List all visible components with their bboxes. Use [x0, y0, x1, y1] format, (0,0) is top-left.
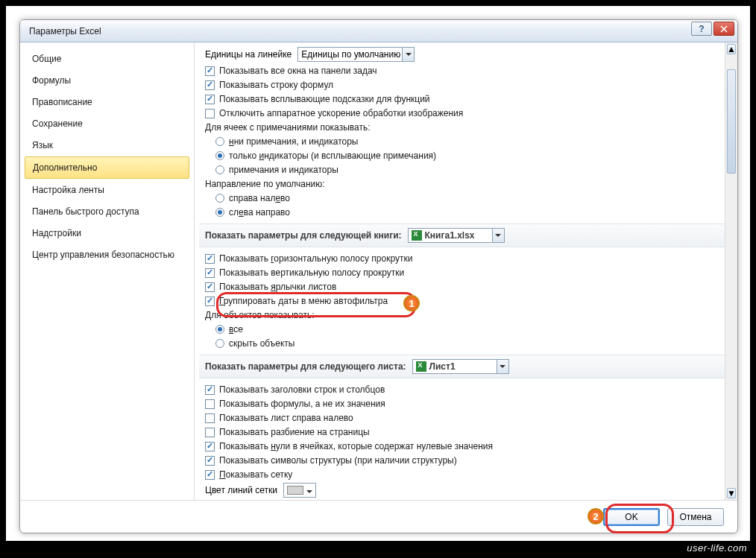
label-hscroll: Показывать горизонтальную полосу прокрут…: [219, 253, 412, 264]
chevron-down-icon: [305, 485, 312, 495]
radio-comments-none[interactable]: [215, 137, 224, 146]
label-function-tips: Показывать всплывающие подсказки для фун…: [219, 94, 430, 104]
label-outline: Показывать символы структуры (при наличи…: [219, 455, 457, 466]
scroll-up-icon[interactable]: ▲: [727, 44, 736, 54]
radio-obj-hide[interactable]: [215, 339, 224, 348]
chevron-down-icon: [402, 48, 414, 61]
comments-label: Для ячеек с примечаниями показывать:: [205, 122, 371, 133]
grid-color-dropdown[interactable]: [283, 483, 316, 498]
grid-color-label: Цвет линий сетки: [205, 485, 277, 495]
checkbox-function-tips[interactable]: [205, 95, 215, 104]
label-rtl: справа налево: [229, 193, 290, 203]
help-button[interactable]: ?: [691, 22, 712, 36]
checkbox-group-dates[interactable]: [205, 297, 215, 306]
label-comments-both: примечания и индикаторы: [229, 165, 338, 175]
ruler-units-dropdown[interactable]: Единицы по умолчанию: [297, 47, 415, 62]
sidebar-item-save[interactable]: Сохранение: [25, 113, 189, 134]
radio-rtl[interactable]: [215, 194, 224, 203]
sidebar-item-formulas[interactable]: Формулы: [25, 70, 189, 91]
workbook-dropdown[interactable]: Книга1.xlsx: [408, 228, 505, 243]
section-sheet: Показать параметры для следующего листа:…: [199, 355, 733, 378]
ok-button[interactable]: OK: [603, 508, 660, 526]
checkbox-all-windows[interactable]: [205, 66, 215, 76]
section-workbook-title: Показать параметры для следующей книги:: [205, 230, 402, 241]
radio-ltr[interactable]: [215, 208, 224, 217]
checkbox-headers[interactable]: [205, 385, 215, 395]
checkbox-pagebreaks[interactable]: [205, 428, 215, 437]
sidebar-item-general[interactable]: Общие: [25, 48, 189, 69]
label-vscroll: Показывать вертикальную полосу прокрутки: [219, 267, 404, 278]
sidebar-item-language[interactable]: Язык: [25, 135, 189, 156]
label-zeros: Показывать нули в ячейках, которые содер…: [219, 441, 493, 451]
label-ltr: слева направо: [229, 207, 290, 218]
sidebar-item-qat[interactable]: Панель быстрого доступа: [25, 201, 189, 222]
workbook-value: Книга1.xlsx: [425, 230, 475, 241]
checkbox-vscroll[interactable]: [205, 268, 215, 278]
chevron-down-icon: [492, 229, 504, 242]
vertical-scrollbar[interactable]: ▲ ▼: [725, 42, 737, 500]
checkbox-gridlines[interactable]: [205, 470, 215, 480]
ruler-units-label: Единицы на линейке: [205, 49, 292, 60]
label-sheet-rtl: Показывать лист справа налево: [219, 413, 353, 423]
label-all-windows: Показывать все окна на панели задач: [219, 66, 377, 76]
label-disable-hw: Отключить аппаратное ускорение обработки…: [219, 108, 463, 118]
checkbox-zeros[interactable]: [205, 442, 215, 451]
titlebar: Параметры Excel ?: [20, 20, 737, 42]
objects-show-label: Для объектов показывать:: [205, 310, 315, 320]
chevron-down-icon: [497, 360, 508, 373]
window-title: Параметры Excel: [29, 26, 101, 37]
label-group-dates: Группировать даты в меню автофильтра: [219, 296, 388, 306]
label-headers: Показывать заголовки строк и столбцов: [219, 384, 385, 395]
checkbox-sheet-tabs[interactable]: [205, 282, 215, 292]
label-obj-hide: скрыть объекты: [229, 338, 294, 349]
sidebar-item-proofing[interactable]: Правописание: [25, 92, 189, 112]
cancel-button[interactable]: Отмена: [667, 508, 724, 526]
sheet-value: Лист1: [429, 361, 456, 372]
checkbox-sheet-rtl[interactable]: [205, 413, 215, 423]
ruler-units-value: Единицы по умолчанию: [301, 49, 400, 60]
sidebar-item-trust[interactable]: Центр управления безопасностью: [25, 244, 189, 265]
checkbox-formula-bar[interactable]: [205, 80, 215, 90]
excel-options-dialog: Параметры Excel ? Общие Формулы Правопис…: [19, 19, 738, 533]
label-sheet-tabs: Показывать ярлычки листов: [219, 282, 336, 292]
excel-file-icon: [412, 230, 422, 241]
radio-comments-indicators[interactable]: [215, 151, 224, 160]
checkbox-disable-hw[interactable]: [205, 109, 215, 118]
checkbox-hscroll[interactable]: [205, 254, 215, 264]
sheet-dropdown[interactable]: Лист1: [412, 359, 509, 374]
label-gridlines: Показывать сетку: [219, 469, 292, 480]
checkbox-outline[interactable]: [205, 456, 215, 466]
section-workbook: Показать параметры для следующей книги: …: [199, 223, 733, 247]
label-comments-none: нни примечания, и индикаторы: [229, 136, 358, 147]
checkbox-show-formulas[interactable]: [205, 399, 215, 409]
category-sidebar: Общие Формулы Правописание Сохранение Яз…: [20, 42, 195, 500]
label-show-formulas: Показывать формулы, а не их значения: [219, 399, 385, 409]
sheet-icon: [416, 361, 426, 372]
label-formula-bar: Показывать строку формул: [219, 80, 333, 90]
section-sheet-title: Показать параметры для следующего листа:: [205, 361, 406, 372]
label-pagebreaks: Показывать разбиение на страницы: [219, 427, 370, 437]
dialog-footer: OK Отмена: [20, 500, 737, 533]
sidebar-item-advanced[interactable]: Дополнительно: [25, 156, 189, 179]
label-comments-indicators: только индикаторы (и всплывающие примеча…: [229, 150, 436, 161]
radio-obj-all[interactable]: [215, 325, 224, 334]
direction-label: Направление по умолчанию:: [205, 179, 325, 189]
radio-comments-both[interactable]: [215, 165, 224, 174]
scroll-down-icon[interactable]: ▼: [727, 488, 736, 498]
options-panel: Единицы на линейке Единицы по умолчанию …: [195, 42, 737, 500]
label-obj-all: все: [229, 324, 243, 335]
close-button[interactable]: [714, 22, 734, 36]
color-swatch-icon: [287, 486, 303, 495]
sidebar-item-addins[interactable]: Надстройки: [25, 223, 189, 244]
watermark: user-life.com: [687, 542, 747, 554]
scroll-thumb[interactable]: [727, 69, 736, 174]
sidebar-item-ribbon[interactable]: Настройка ленты: [25, 180, 189, 200]
